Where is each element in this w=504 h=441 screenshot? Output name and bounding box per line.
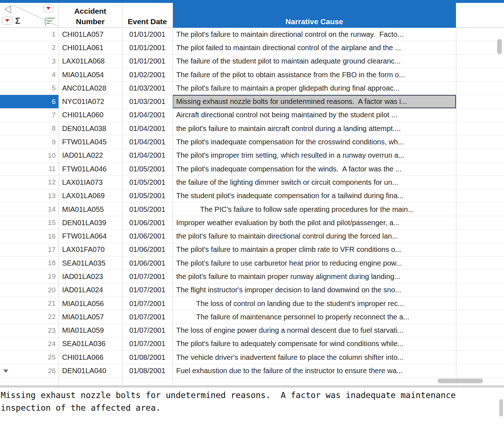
row-number-cell[interactable]: 12 (0, 176, 58, 189)
column-header-accident-number[interactable]: Accident Number (58, 3, 122, 28)
column-header-event-date[interactable]: Event Date (122, 3, 173, 28)
table-row[interactable]: 24 SEA01LA036 01/07/2001 The pilot's fai… (0, 337, 504, 351)
table-row[interactable]: 6 NYC01IA072 01/03/2001 Missing exhaust … (0, 95, 504, 108)
event-date-cell[interactable]: 01/05/2001 (122, 176, 173, 189)
table-row[interactable]: 20 IAD01LA024 01/07/2001 The flight inst… (0, 284, 504, 297)
narrative-cause-cell[interactable]: The pilot's inadequate compensation for … (173, 135, 456, 148)
row-number-cell[interactable]: 16 (0, 230, 58, 243)
table-row[interactable]: 26 DEN01LA040 01/08/2001 Fuel exhaustion… (0, 364, 504, 377)
event-date-cell[interactable]: 01/06/2001 (122, 257, 173, 270)
accident-number-cell[interactable]: DEN01LA039 (58, 216, 122, 229)
row-number-cell[interactable]: 2 (0, 41, 58, 54)
table-row[interactable]: 7 CHI01LA060 01/04/2001 Aircraft directi… (0, 109, 504, 122)
narrative-cause-cell[interactable]: the failure of the lighting dimmer switc… (173, 176, 456, 189)
table-row[interactable]: 13 LAX01LA069 01/05/2001 The student pil… (0, 189, 504, 203)
accident-number-cell[interactable]: FTW01LA045 (58, 135, 122, 148)
event-date-cell[interactable]: 01/05/2001 (122, 189, 173, 202)
accident-number-cell[interactable]: SEA01LA036 (58, 337, 122, 350)
row-number-cell[interactable]: 24 (0, 337, 58, 350)
table-row[interactable]: 3 LAX01LA068 01/01/2001 The failure of t… (0, 55, 504, 68)
row-number-cell[interactable]: 13 (0, 189, 58, 202)
row-number-cell[interactable]: 3 (0, 55, 58, 68)
accident-number-cell[interactable]: LAX01IA073 (58, 176, 122, 189)
row-number-cell[interactable]: 6 (0, 95, 58, 108)
row-number-cell[interactable]: 23 (0, 324, 58, 337)
narrative-cause-cell[interactable]: Missing exhaust nozzle bolts for undeter… (173, 95, 456, 108)
row-number-cell[interactable]: 7 (0, 109, 58, 122)
table-row[interactable]: 23 MIA01LA059 01/07/2001 The loss of eng… (0, 324, 504, 337)
table-row[interactable]: 17 LAX01FA070 01/06/2001 The pilot's fai… (0, 243, 504, 257)
narrative-cause-cell[interactable]: the pilot's failure to maintain aircraft… (173, 122, 456, 135)
event-date-cell[interactable]: 01/05/2001 (122, 203, 173, 216)
event-date-cell[interactable]: 01/05/2001 (122, 162, 173, 175)
narrative-cause-cell[interactable]: The pilot's inadequate compensation for … (173, 162, 456, 175)
accident-number-cell[interactable]: IAD01LA024 (58, 284, 122, 297)
accident-number-cell[interactable]: IAD01LA023 (58, 270, 122, 283)
event-date-cell[interactable]: 01/07/2001 (122, 337, 173, 350)
row-number-cell[interactable]: 26 (0, 364, 58, 377)
row-number-cell[interactable]: 10 (0, 149, 58, 162)
table-row[interactable]: 5 ANC01LA028 01/03/2001 The pilot's fail… (0, 82, 504, 95)
narrative-cause-cell[interactable]: The failure of the pilot to obtain assis… (173, 68, 456, 81)
event-date-cell[interactable]: 01/04/2001 (122, 135, 173, 148)
accident-number-cell[interactable]: ANC01LA028 (58, 82, 122, 95)
table-row[interactable]: 18 SEA01LA035 01/06/2001 The pilot's fai… (0, 257, 504, 270)
table-vertical-scrollbar-thumb[interactable] (497, 39, 502, 54)
table-row[interactable]: 21 MIA01LA056 01/07/2001 The loss of con… (0, 297, 504, 310)
accident-number-cell[interactable]: MIA01LA054 (58, 68, 122, 81)
columns-menu-button[interactable] (43, 4, 53, 12)
narrative-cause-cell[interactable]: The PIC's failure to follow safe operati… (173, 203, 456, 216)
narrative-cause-cell[interactable]: The failure of maintenance personnel to … (173, 310, 456, 323)
narrative-cause-cell[interactable]: The pilot's failure to maintain a proper… (173, 243, 456, 256)
row-number-cell[interactable]: 25 (0, 351, 58, 364)
row-order-icon[interactable] (45, 15, 56, 26)
table-row[interactable]: 2 CHI01LA061 01/01/2001 The pilot failed… (0, 41, 504, 54)
accident-number-cell[interactable]: CHI01LA060 (58, 109, 122, 122)
row-number-cell[interactable]: 21 (0, 297, 58, 310)
accident-number-cell[interactable]: LAX01FA070 (58, 243, 122, 256)
narrative-cause-cell[interactable]: Improper weather evaluation by both the … (173, 216, 456, 229)
narrative-cause-cell[interactable]: The pilot's improper trim setting, which… (173, 149, 456, 162)
table-row[interactable]: 12 LAX01IA073 01/05/2001 the failure of … (0, 176, 504, 189)
event-date-cell[interactable]: 01/04/2001 (122, 122, 173, 135)
row-number-cell[interactable]: 17 (0, 243, 58, 256)
table-row[interactable]: 4 MIA01LA054 01/02/2001 The failure of t… (0, 68, 504, 82)
row-number-cell[interactable]: 20 (0, 284, 58, 297)
table-row[interactable]: 10 IAD01LA022 01/04/2001 The pilot's imp… (0, 149, 504, 162)
table-row[interactable]: 11 FTW01LA046 01/05/2001 The pilot's ina… (0, 162, 504, 176)
event-date-cell[interactable]: 01/06/2001 (122, 216, 173, 229)
event-date-cell[interactable]: 01/04/2001 (122, 149, 173, 162)
event-date-cell[interactable]: 01/06/2001 (122, 243, 173, 256)
narrative-cause-cell[interactable]: The pilot's failure to maintain a proper… (173, 82, 456, 95)
row-number-cell[interactable]: 14 (0, 203, 58, 216)
row-number-cell[interactable]: 8 (0, 122, 58, 135)
row-number-cell[interactable]: 22 (0, 310, 58, 323)
sigma-icon[interactable]: Σ (15, 17, 20, 25)
horizontal-scrollbar-thumb[interactable] (438, 379, 483, 383)
narrative-cause-cell[interactable]: The failure of the student pilot to main… (173, 55, 456, 68)
accident-number-cell[interactable]: LAX01LA069 (58, 189, 122, 202)
column-header-narrative-cause[interactable]: Narrative Cause (173, 3, 456, 28)
narrative-cause-cell[interactable]: Aircraft directional control not being m… (173, 109, 456, 122)
accident-number-cell[interactable]: SEA01LA035 (58, 257, 122, 270)
accident-number-cell[interactable]: FTW01LA046 (58, 162, 122, 175)
event-date-cell[interactable]: 01/07/2001 (122, 297, 173, 310)
table-row[interactable]: 19 IAD01LA023 01/07/2001 the pilot's fai… (0, 270, 504, 283)
event-date-cell[interactable]: 01/07/2001 (122, 324, 173, 337)
accident-number-cell[interactable]: CHI01LA061 (58, 41, 122, 54)
table-row[interactable]: 8 DEN01LA038 01/04/2001 the pilot's fail… (0, 122, 504, 135)
row-number-cell[interactable]: 11 (0, 162, 58, 175)
rows-menu-button[interactable] (2, 17, 12, 25)
table-row[interactable]: 16 FTW01LA064 01/06/2001 the pilot's fai… (0, 230, 504, 243)
event-date-cell[interactable]: 01/01/2001 (122, 55, 173, 68)
narrative-cause-cell[interactable]: the pilot's failure to maintain directio… (173, 230, 456, 243)
event-date-cell[interactable]: 01/03/2001 (122, 95, 173, 108)
accident-number-cell[interactable]: DEN01LA038 (58, 122, 122, 135)
accident-number-cell[interactable]: FTW01LA064 (58, 230, 122, 243)
accident-number-cell[interactable]: DEN01LA040 (58, 364, 122, 377)
narrative-cause-cell[interactable]: the pilot's failure to maintain proper r… (173, 270, 456, 283)
accident-number-cell[interactable]: MIA01LA055 (58, 203, 122, 216)
event-date-cell[interactable]: 01/03/2001 (122, 82, 173, 95)
event-date-cell[interactable]: 01/04/2001 (122, 109, 173, 122)
narrative-cause-cell[interactable]: The vehicle driver's inadvertent failure… (173, 351, 456, 364)
